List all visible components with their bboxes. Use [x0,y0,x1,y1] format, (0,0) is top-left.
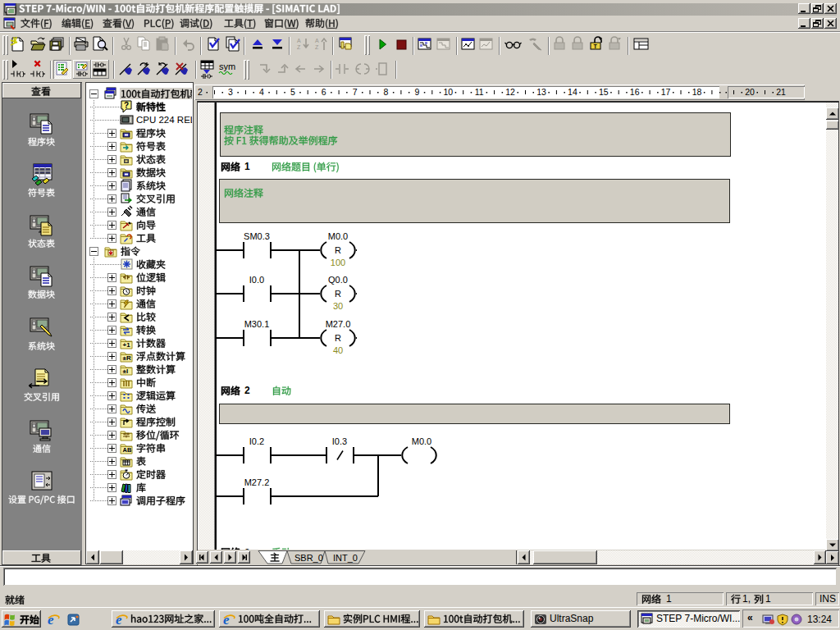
svg-text:SM0.3: SM0.3 [244,231,270,241]
svg-text:R: R [335,245,341,255]
svg-text:30: 30 [333,301,343,311]
svg-text:I0.3: I0.3 [332,436,347,446]
svg-text:M27.0: M27.0 [326,319,351,329]
svg-text:e: e [223,613,230,626]
svg-text:R: R [335,289,341,299]
svg-text:M30.1: M30.1 [244,319,270,329]
svg-text:I0.2: I0.2 [249,436,264,446]
svg-text:M0.0: M0.0 [328,231,348,241]
svg-text:e: e [116,613,122,626]
svg-text:e: e [48,613,54,626]
svg-text:M27.2: M27.2 [244,477,270,487]
svg-text:I0.0: I0.0 [249,275,264,285]
svg-text:Q0.0: Q0.0 [328,275,348,285]
svg-text:R: R [335,333,341,343]
svg-text:100: 100 [331,258,345,267]
svg-text:40: 40 [333,345,343,355]
svg-text:M0.0: M0.0 [412,436,431,446]
